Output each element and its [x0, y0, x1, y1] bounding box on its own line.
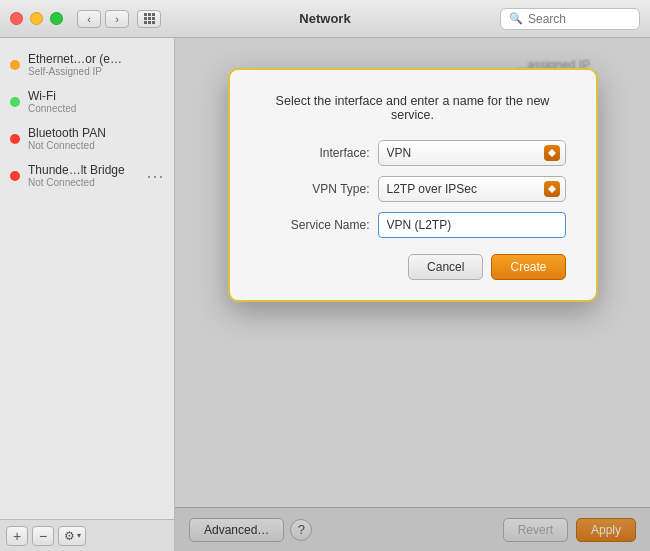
interface-row: Interface: VPN Ethernet Wi-Fi Bluetooth … — [260, 140, 566, 166]
search-icon: 🔍 — [509, 12, 523, 25]
service-name-row: Service Name: — [260, 212, 566, 238]
sidebar-item-sub-thunderbolt: Not Connected — [28, 177, 125, 188]
create-button[interactable]: Create — [491, 254, 565, 280]
maximize-button[interactable] — [50, 12, 63, 25]
svg-rect-3 — [144, 17, 147, 20]
gear-icon: ⚙ — [64, 529, 75, 543]
settings-button[interactable]: ⚙ ▾ — [58, 526, 86, 546]
sidebar: Ethernet…or (e… Self-Assigned IP Wi-Fi C… — [0, 38, 175, 551]
cancel-button[interactable]: Cancel — [408, 254, 483, 280]
status-dot-thunderbolt — [10, 171, 20, 181]
dialog-buttons: Cancel Create — [260, 254, 566, 280]
content-panel: …assigned IP nnect to the IP Address: Su… — [175, 38, 650, 551]
chevron-icon: ⋯ — [146, 165, 164, 187]
svg-rect-1 — [148, 13, 151, 16]
plus-icon: + — [13, 528, 21, 544]
search-input[interactable] — [528, 12, 631, 26]
traffic-lights — [10, 12, 63, 25]
status-dot-wifi — [10, 97, 20, 107]
add-service-button[interactable]: + — [6, 526, 28, 546]
title-bar: ‹ › Network 🔍 — [0, 0, 650, 38]
sidebar-item-wifi[interactable]: Wi-Fi Connected — [0, 83, 174, 120]
sidebar-item-sub-wifi: Connected — [28, 103, 76, 114]
sidebar-item-name-ethernet: Ethernet…or (e… — [28, 52, 122, 66]
back-button[interactable]: ‹ — [77, 10, 101, 28]
grid-button[interactable] — [137, 10, 161, 28]
dialog-title: Select the interface and enter a name fo… — [260, 94, 566, 122]
search-bar[interactable]: 🔍 — [500, 8, 640, 30]
sidebar-list: Ethernet…or (e… Self-Assigned IP Wi-Fi C… — [0, 38, 174, 519]
remove-service-button[interactable]: − — [32, 526, 54, 546]
svg-rect-5 — [152, 17, 155, 20]
forward-button[interactable]: › — [105, 10, 129, 28]
sidebar-item-sub-ethernet: Self-Assigned IP — [28, 66, 122, 77]
sidebar-item-name-bluetooth: Bluetooth PAN — [28, 126, 106, 140]
service-name-label: Service Name: — [260, 218, 370, 232]
sidebar-item-thunderbolt[interactable]: Thunde…lt Bridge Not Connected ⋯ — [0, 157, 174, 194]
vpn-type-row: VPN Type: L2TP over IPSec PPTP Cisco IPS… — [260, 176, 566, 202]
interface-select[interactable]: VPN Ethernet Wi-Fi Bluetooth PAN — [378, 140, 566, 166]
sidebar-toolbar: + − ⚙ ▾ — [0, 519, 174, 551]
nav-buttons: ‹ › — [77, 10, 129, 28]
sidebar-item-ethernet[interactable]: Ethernet…or (e… Self-Assigned IP — [0, 46, 174, 83]
interface-label: Interface: — [260, 146, 370, 160]
minimize-button[interactable] — [30, 12, 43, 25]
vpn-type-select-wrapper: L2TP over IPSec PPTP Cisco IPSec IKEv2 — [378, 176, 566, 202]
chevron-down-icon: ▾ — [77, 531, 81, 540]
vpn-type-select[interactable]: L2TP over IPSec PPTP Cisco IPSec IKEv2 — [378, 176, 566, 202]
svg-rect-8 — [152, 21, 155, 24]
window-title: Network — [299, 11, 350, 26]
svg-rect-7 — [148, 21, 151, 24]
sidebar-item-name-wifi: Wi-Fi — [28, 89, 76, 103]
svg-rect-6 — [144, 21, 147, 24]
close-button[interactable] — [10, 12, 23, 25]
service-name-input[interactable] — [378, 212, 566, 238]
minus-icon: − — [39, 528, 47, 544]
status-dot-ethernet — [10, 60, 20, 70]
svg-rect-2 — [152, 13, 155, 16]
new-service-dialog: Select the interface and enter a name fo… — [228, 68, 598, 302]
sidebar-item-sub-bluetooth: Not Connected — [28, 140, 106, 151]
status-dot-bluetooth — [10, 134, 20, 144]
main-area: Ethernet…or (e… Self-Assigned IP Wi-Fi C… — [0, 38, 650, 551]
dialog-overlay: Select the interface and enter a name fo… — [175, 38, 650, 551]
sidebar-item-name-thunderbolt: Thunde…lt Bridge — [28, 163, 125, 177]
vpn-type-label: VPN Type: — [260, 182, 370, 196]
svg-rect-4 — [148, 17, 151, 20]
sidebar-item-bluetooth[interactable]: Bluetooth PAN Not Connected — [0, 120, 174, 157]
svg-rect-0 — [144, 13, 147, 16]
interface-select-wrapper: VPN Ethernet Wi-Fi Bluetooth PAN — [378, 140, 566, 166]
